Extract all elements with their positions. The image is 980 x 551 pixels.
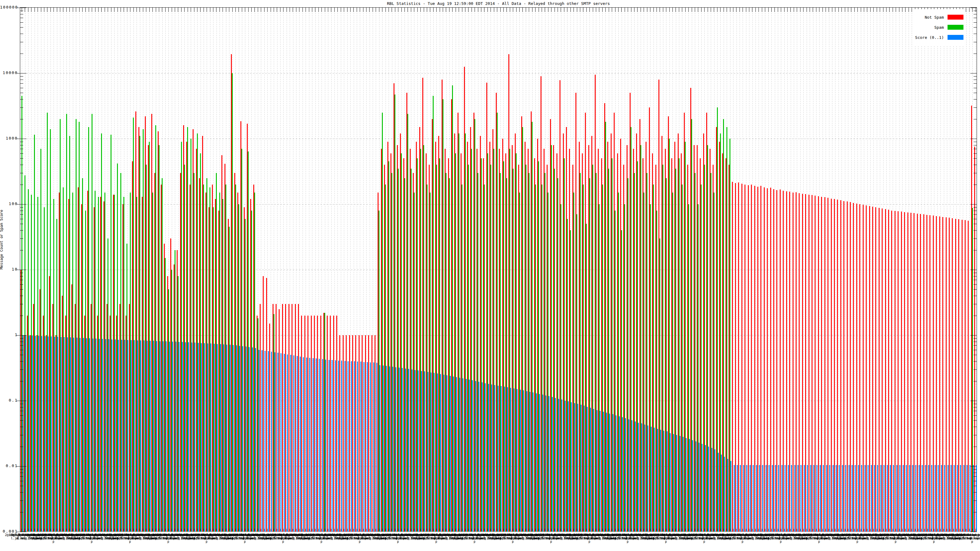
bar-score — [922, 465, 923, 532]
bar-score — [730, 461, 731, 532]
bar-notspam — [745, 184, 745, 532]
v-gridline — [854, 8, 855, 531]
bar-score — [453, 376, 454, 532]
y-tick-label: 1 — [0, 332, 18, 337]
bar-score — [842, 465, 843, 532]
bar-notspam — [279, 309, 280, 532]
bar-score — [899, 465, 900, 532]
bar-notspam — [913, 213, 915, 532]
axis-minor-tick — [20, 500, 23, 501]
bar-notspam — [764, 187, 765, 532]
axis-minor-tick — [974, 469, 977, 470]
bar-notspam — [327, 316, 328, 532]
bar-score — [376, 363, 377, 532]
bar-score — [820, 465, 821, 532]
axis-minor-tick — [20, 173, 23, 173]
axis-minor-tick — [974, 345, 977, 346]
bar-notspam — [815, 195, 816, 532]
bar-score — [421, 371, 422, 532]
bar-score — [431, 373, 431, 532]
bar-notspam — [735, 183, 736, 532]
bar-score — [373, 362, 374, 532]
v-gridline — [768, 8, 769, 531]
bar-score — [539, 394, 540, 532]
legend-row-spam: Spam — [915, 24, 964, 30]
axis-minor-tick — [974, 355, 977, 355]
bar-notspam — [799, 193, 800, 532]
chart-canvas: RBL Statistics - Tue Aug 19 12:59:00 EDT… — [0, 0, 980, 551]
axis-minor-tick — [974, 316, 977, 316]
axis-minor-tick — [974, 42, 977, 42]
bar-notspam — [910, 213, 912, 532]
bar-notspam — [805, 194, 806, 532]
axis-minor-tick — [20, 88, 23, 88]
v-gridline — [966, 8, 967, 531]
axis-minor-tick — [20, 153, 23, 154]
axis-minor-tick — [974, 284, 977, 285]
bar-score — [131, 340, 132, 532]
v-gridline — [772, 8, 772, 531]
bar-score — [456, 377, 457, 532]
bar-notspam — [365, 335, 366, 532]
bar-score — [494, 385, 495, 532]
bar-score — [360, 362, 361, 532]
bar-notspam — [795, 192, 797, 532]
top-axis-tick-comb — [20, 8, 977, 12]
bar-score — [265, 351, 266, 532]
axis-minor-tick — [20, 492, 23, 492]
legend-swatch-spam — [948, 25, 964, 30]
axis-major-tick — [970, 335, 977, 335]
axis-minor-tick — [20, 149, 23, 149]
bar-notspam — [359, 335, 360, 532]
axis-minor-tick — [974, 280, 977, 280]
v-gridline — [842, 8, 842, 531]
bar-score — [121, 340, 122, 532]
bar-score — [794, 465, 795, 532]
bar-score — [577, 404, 578, 532]
bar-score — [915, 465, 916, 532]
bar-score — [204, 343, 205, 532]
v-gridline — [867, 8, 868, 531]
v-gridline — [813, 8, 813, 531]
bar-score — [641, 423, 642, 532]
v-gridline — [835, 8, 835, 531]
axis-minor-tick — [974, 158, 977, 159]
x-tick-label: 15@dnsbl.njabl.org 4 hops — [959, 533, 980, 540]
axis-minor-tick — [974, 230, 977, 230]
v-gridline — [848, 8, 848, 531]
bar-score — [35, 336, 36, 532]
bar-score — [73, 338, 74, 532]
v-gridline — [832, 8, 832, 531]
bar-notspam — [885, 209, 886, 532]
bar-score — [322, 359, 323, 532]
axis-minor-tick — [974, 381, 977, 381]
bar-notspam — [741, 184, 742, 532]
bar-score — [558, 399, 559, 532]
bar-score — [890, 465, 891, 532]
bar-score — [906, 465, 907, 532]
bar-score — [829, 465, 830, 532]
axis-minor-tick — [974, 350, 977, 350]
axis-minor-tick — [974, 411, 977, 411]
v-gridline — [873, 8, 874, 531]
legend-label-not-spam: Not Spam — [924, 15, 944, 20]
bar-notspam — [751, 184, 752, 532]
bar-notspam — [311, 316, 312, 532]
h-gridline — [20, 270, 977, 270]
bar-score — [150, 341, 151, 532]
bar-notspam — [946, 218, 947, 532]
bar-notspam — [901, 211, 902, 532]
bar-score — [86, 338, 87, 532]
bar-score — [562, 400, 562, 532]
bar-score — [357, 362, 358, 532]
bar-score — [338, 360, 339, 532]
bar-score — [102, 339, 103, 532]
bar-notspam — [907, 213, 908, 532]
bar-notspam — [904, 212, 905, 532]
bar-score — [973, 465, 974, 532]
bar-notspam — [866, 205, 867, 532]
axis-major-tick — [16, 532, 26, 532]
bar-score — [839, 465, 840, 532]
axis-major-tick — [970, 204, 977, 205]
bar-score — [169, 341, 170, 532]
